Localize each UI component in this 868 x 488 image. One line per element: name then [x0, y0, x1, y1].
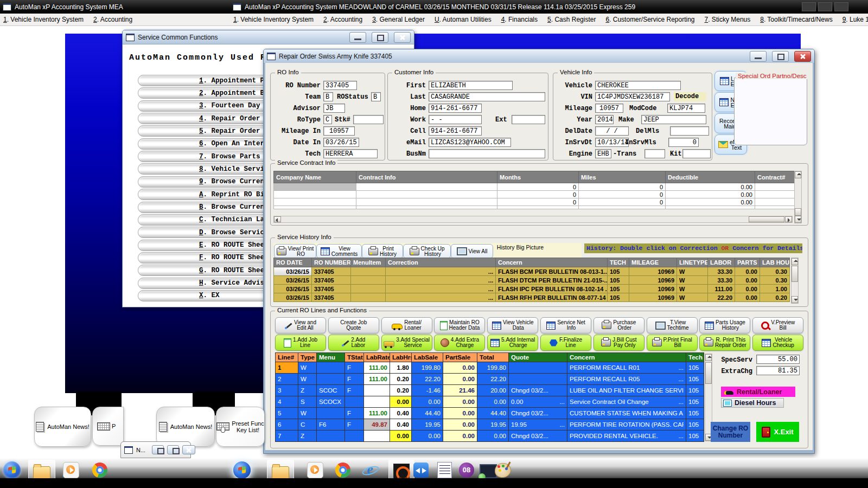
- menu-item[interactable]: 3. General Ledger: [372, 16, 425, 23]
- field-ro-number[interactable]: 337405: [323, 81, 357, 90]
- field-delmls[interactable]: [670, 126, 709, 136]
- history-row[interactable]: 03/26/15337405...FLASH IPC PER BULLETIN …: [274, 285, 790, 293]
- field-home[interactable]: 914-261-6677: [429, 104, 482, 113]
- ro-button-view-and-edit-all[interactable]: View andEdit All: [275, 317, 326, 333]
- history-row[interactable]: 03/26/15337405...FLASH BCM PER BULLETIN …: [274, 267, 790, 276]
- field-first[interactable]: ELIZABETH: [429, 81, 513, 90]
- history-button-view-comments[interactable]: ViewComments: [316, 244, 362, 259]
- field-make[interactable]: JEEP: [641, 115, 706, 124]
- ro-button-j-bill-cust-pay-only[interactable]: J.Bill CustPay Only: [593, 335, 644, 351]
- menu-item[interactable]: 2. Accounting: [323, 16, 362, 23]
- menu-item[interactable]: 5. Cash Register: [547, 16, 596, 23]
- extra-chg-field[interactable]: 81.35: [756, 366, 800, 375]
- ro-button-f-finalize-line[interactable]: F.FinalizeLine: [540, 335, 591, 351]
- ro-button-p-print-final-bill[interactable]: P.Print FinalBill: [647, 335, 698, 351]
- menu-item[interactable]: 1. Vehicle Inventory System: [233, 16, 314, 23]
- ro-button-vehicle-checkup[interactable]: VehicleCheckup: [752, 335, 803, 351]
- common-window-titlebar[interactable]: Service Common Functions: [123, 30, 414, 44]
- ro-window-titlebar[interactable]: Repair Order Swiss Army Knife 337405: [264, 49, 814, 63]
- field-advisor[interactable]: JB: [323, 104, 345, 113]
- history-button-view-all[interactable]: View All: [451, 244, 493, 259]
- field-year[interactable]: 2014: [595, 115, 614, 124]
- scroll-up-icon[interactable]: [792, 258, 798, 265]
- preset-keys-button-clipped[interactable]: P: [92, 407, 124, 446]
- field-stk-[interactable]: [353, 115, 384, 124]
- table-row[interactable]: 000.00: [274, 191, 796, 198]
- field-team[interactable]: B: [323, 92, 333, 101]
- menu-item[interactable]: 2. Accounting: [93, 16, 132, 23]
- field-ext[interactable]: [512, 115, 545, 124]
- maximize-icon[interactable]: [818, 2, 832, 11]
- media-player-icon[interactable]: [307, 460, 323, 480]
- field-engine[interactable]: EHB: [595, 149, 611, 158]
- preset-func-key-list-button[interactable]: Preset Func Key List!: [216, 407, 265, 447]
- maximize-icon[interactable]: [772, 51, 789, 62]
- field-mileage[interactable]: 10957: [595, 104, 623, 113]
- scroll-thumb[interactable]: [795, 208, 801, 216]
- field-vehicle[interactable]: CHEROKEE: [595, 81, 681, 90]
- documents-icon[interactable]: [437, 460, 452, 480]
- field-email[interactable]: LIZCAS123@YAHOO.COM: [429, 138, 511, 147]
- field-modcode[interactable]: KLJP74: [667, 104, 705, 113]
- diesel-hours-button[interactable]: Diesel Hours: [721, 398, 784, 408]
- ro-button-view-vehicle-data[interactable]: View VehicleData: [487, 317, 538, 333]
- contract-horizontal-scrollbar[interactable]: [273, 216, 793, 223]
- field-vin[interactable]: 1C4PJMDSXEW236187: [595, 92, 670, 101]
- close-icon[interactable]: [794, 51, 811, 62]
- history-vertical-scrollbar[interactable]: [791, 258, 799, 304]
- history-row[interactable]: 03/26/15337405...FLASH DTCM PER BULLETIN…: [274, 276, 790, 285]
- field-insrvmls[interactable]: 0: [668, 138, 699, 147]
- menu-item[interactable]: 4. Financials: [501, 16, 538, 23]
- scroll-left-icon[interactable]: [274, 216, 281, 222]
- ro-line-row[interactable]: 6CF6F49.870.4019.950.0019.9519.95...PERF…: [276, 419, 704, 431]
- decode-button[interactable]: Decode: [674, 92, 706, 101]
- history-button-print-history[interactable]: PrintHistory: [362, 244, 403, 259]
- ro-line-row[interactable]: 5WF111.000.4044.400.0044.40Chngd 03/2...…: [276, 408, 704, 419]
- ro-line-row[interactable]: 4SSCOCX0.000.000.000.000.00...Service Co…: [276, 396, 704, 408]
- history-button-view-print-ro[interactable]: View/ PrintRO: [274, 244, 316, 259]
- close-icon[interactable]: [834, 2, 848, 11]
- minimized-window-fragment[interactable]: N...: [120, 441, 191, 458]
- scroll-up-icon[interactable]: [795, 171, 801, 178]
- ro-button-parts-usage-history[interactable]: Parts UsageHistory: [699, 317, 750, 333]
- history-big-picture-button[interactable]: History Big Picture: [494, 243, 546, 259]
- v08-icon[interactable]: 08: [459, 460, 474, 480]
- field-busnm[interactable]: [429, 149, 545, 158]
- field-rostatus[interactable]: B: [371, 92, 381, 101]
- ro-button-1-add-job-line[interactable]: 1.Add JobLine: [275, 335, 326, 351]
- internet-explorer-icon[interactable]: [362, 460, 378, 480]
- ro-button-4-add-extra-charge[interactable]: 4.Add ExtraCharge: [434, 335, 485, 351]
- minimize-icon[interactable]: [802, 2, 816, 11]
- spec-serv-field[interactable]: 55.00: [756, 355, 800, 364]
- ro-button-3-add-special-service[interactable]: 3.Add SpecialService: [381, 335, 432, 351]
- ro-line-row[interactable]: 7Z0.000.000.000.00Chngd 03/2...PROVIDED …: [276, 431, 704, 442]
- field-work[interactable]: - -: [429, 115, 482, 124]
- rental-loaner-button[interactable]: Rental/Loaner: [721, 387, 795, 397]
- paint-icon[interactable]: [495, 460, 511, 480]
- menu-item[interactable]: 6. Customer/Service Reporting: [605, 16, 694, 23]
- close-icon[interactable]: [394, 32, 411, 43]
- ro-button-rental-loaner[interactable]: Rental/Loaner: [381, 317, 432, 333]
- restore-icon[interactable]: [152, 445, 164, 454]
- ro-button-2-add-labor[interactable]: 2.AddLabor: [328, 335, 379, 351]
- ro-button-create-job-quote[interactable]: Create JobQuote: [328, 317, 379, 333]
- minimize-icon[interactable]: [349, 32, 366, 43]
- exit-button[interactable]: X.Exit: [756, 422, 799, 442]
- scroll-down-icon[interactable]: [792, 296, 798, 303]
- history-button-check-up-history[interactable]: Check UpHistory: [403, 244, 451, 259]
- history-row[interactable]: 03/26/15337405...FLASH RFH PER BULLETIN …: [274, 293, 790, 302]
- close-icon[interactable]: [182, 445, 195, 454]
- scroll-right-icon[interactable]: [785, 216, 792, 222]
- field-kit[interactable]: [682, 149, 711, 158]
- scroll-thumb[interactable]: [792, 266, 798, 282]
- scroll-down-icon[interactable]: [795, 216, 801, 223]
- ro-line-row[interactable]: 2WF111.000.2022.200.0022.20PERFORM RECAL…: [276, 374, 704, 385]
- ro-button-t-view-techtime[interactable]: T.ViewTechtime: [647, 317, 698, 333]
- ro-button-maintain-ro-header-data[interactable]: Maintain ROHeader Data: [434, 317, 485, 333]
- ro-button-r-print-this-repair-order[interactable]: R. Print ThisRepair Order: [699, 335, 750, 351]
- ro-line-row[interactable]: 3ZSCOCF0.20-1.4621.4620.00Chngd 03/2...L…: [276, 385, 704, 396]
- teamviewer-icon[interactable]: [413, 460, 429, 480]
- ro-button-v-preview-bill[interactable]: V.PreviewBill: [752, 317, 803, 333]
- automan-news-button[interactable]: AutoMan News!: [34, 407, 91, 447]
- maximize-icon[interactable]: [372, 32, 388, 43]
